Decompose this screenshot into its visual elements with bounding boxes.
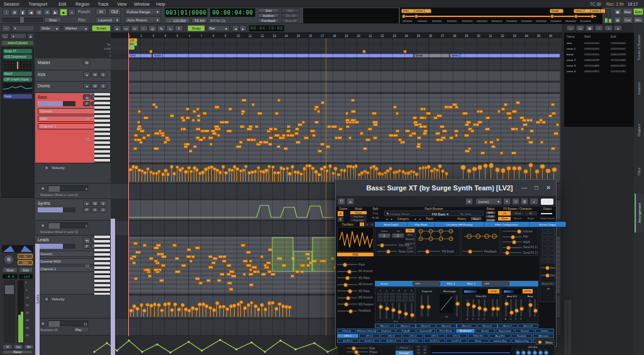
midi-note[interactable] [161,134,165,137]
macro-4[interactable]: Macro 4 [436,324,457,328]
midi-note[interactable] [486,116,491,119]
mod-modwheel[interactable]: Modwheel [456,329,475,333]
velocity-lollipop[interactable] [336,173,340,177]
playmode-1[interactable]: Mono [406,233,414,237]
midi-note[interactable] [466,121,471,124]
midi-note[interactable] [530,119,533,122]
surge-vslider-mixchan-2[interactable] [392,303,394,319]
bend-up-value[interactable]: 2 [392,233,404,238]
midi-note[interactable] [327,125,331,128]
midi-note[interactable] [519,116,525,119]
strip-options-dropdown[interactable]: ▾ [10,33,26,39]
midi-note[interactable] [189,259,192,263]
midi-note[interactable] [189,150,193,153]
menu-item-help[interactable]: Help [156,0,173,8]
strip-color-dot[interactable]: ● [28,33,33,39]
midi-note[interactable] [348,136,352,139]
osc-mini-4[interactable]: ▪ [355,257,359,260]
strip-bottom-mtr[interactable]: Mtr [24,344,34,349]
macro-8[interactable]: Macro 8 [518,324,538,328]
fx-slot[interactable] [541,229,548,232]
arrangement-section-break[interactable]: break [414,53,450,58]
osc-tab-2[interactable]: 2 [365,222,369,226]
surge-vslider-lfoeg-0[interactable] [516,349,518,355]
midi-note[interactable] [295,128,299,131]
plugin-pin-icon[interactable]: a [347,198,354,205]
midi-note[interactable] [214,106,219,109]
region-kick[interactable] [128,71,560,81]
midi-note[interactable] [153,147,158,150]
midi-note[interactable] [242,99,247,102]
table-row[interactable]: verse 406401018151070101281 [564,68,635,74]
midi-note[interactable] [214,125,219,128]
midi-note[interactable] [551,103,555,106]
midi-note[interactable] [484,141,487,144]
record-enable-button[interactable] [4,254,14,265]
surge-menu-button[interactable]: Menu [536,339,555,345]
midi-note[interactable] [396,129,399,133]
secondary-clock[interactable]: 00:00:04:00 [210,8,255,17]
midi-note[interactable] [248,125,253,128]
track-fader[interactable] [38,101,75,106]
mod-breath[interactable]: Breath [475,329,494,333]
midi-note[interactable] [455,134,458,137]
mixer-btn[interactable] [402,293,408,295]
mod-slfo1[interactable]: S-LFO 1 [337,339,358,343]
midi-note[interactable] [140,129,145,133]
midi-note[interactable] [241,110,245,113]
mod-timbre[interactable]: Timbre [535,329,554,333]
midi-note[interactable] [491,145,496,148]
lfo-shape-4[interactable]: N [416,352,421,354]
track-button-●[interactable]: ● [83,72,91,77]
sidebar-tab-arrangement[interactable]: Arrangement [635,194,643,232]
mini-marker-intro[interactable]: intro [401,9,415,13]
mod-pitchbend[interactable]: Pitch Bend [436,329,455,333]
track-header-kick[interactable]: Kick●MS [35,70,111,82]
mod-keytrack[interactable]: Keytrack [377,329,396,333]
gain-fader-handle[interactable] [5,285,14,294]
midi-note[interactable] [489,141,494,144]
status-tun[interactable]: TUN [486,215,496,218]
plugin-titlebar[interactable]: Bass: Surge XT (by Surge Synth Team) [LV… [336,180,556,196]
preset-dropdown[interactable]: (none)▾ [475,198,502,205]
velocity-lollipop[interactable] [414,172,418,176]
midi-note[interactable] [154,259,158,263]
velocity-lollipop[interactable] [343,168,347,172]
midi-note[interactable] [209,143,213,146]
midi-note[interactable] [132,261,136,265]
menu-item-window[interactable]: Window [134,0,156,8]
osc-mini-5[interactable]: ▪ [360,257,364,260]
mini-marker-verse1[interactable]: verse 1 [414,9,431,13]
preset-save-icon[interactable]: ▽ [512,198,519,205]
velocity-lollipop[interactable] [472,167,477,172]
window-maximize-button[interactable]: □ [531,183,541,193]
sidebar-toolbar-icon-3[interactable]: ◔ [595,25,603,31]
transport-icon-8[interactable]: ▪ [68,9,75,16]
midi-note[interactable] [268,143,273,146]
midi-note[interactable] [196,136,200,139]
velocity-lollipop[interactable] [287,172,291,175]
transport-icon-2[interactable]: ▮ [19,9,26,16]
alarm-feedback[interactable]: Feedback [258,18,279,23]
subtab-2[interactable]: Oscillator FM Routing [435,222,484,227]
midi-note[interactable] [526,136,530,139]
midi-note[interactable] [181,264,187,267]
mod-play-dropdown[interactable]: Play [73,327,89,332]
filter2-type-dropdown[interactable]: OFF [482,281,509,286]
track-button-M[interactable]: M [91,200,99,206]
subtab-4[interactable]: Scene Output [530,222,566,227]
midi-note[interactable] [227,281,232,285]
midi-note[interactable] [337,136,342,139]
mixer-btn[interactable] [396,296,401,298]
midi-note[interactable] [312,259,317,263]
midi-note[interactable] [511,151,516,155]
surge-slider-cfgfeedback[interactable]: Feedback [463,249,499,254]
region-bass[interactable] [128,94,560,163]
mod-ampeg[interactable]: Amp EG [489,334,511,338]
mode-0[interactable]: Single [350,211,367,214]
midi-note[interactable] [208,255,213,258]
midi-note[interactable] [208,136,214,139]
midi-note[interactable] [270,273,275,276]
midi-note[interactable] [297,123,303,126]
patch-prev-button[interactable]: ◂ [413,217,418,221]
